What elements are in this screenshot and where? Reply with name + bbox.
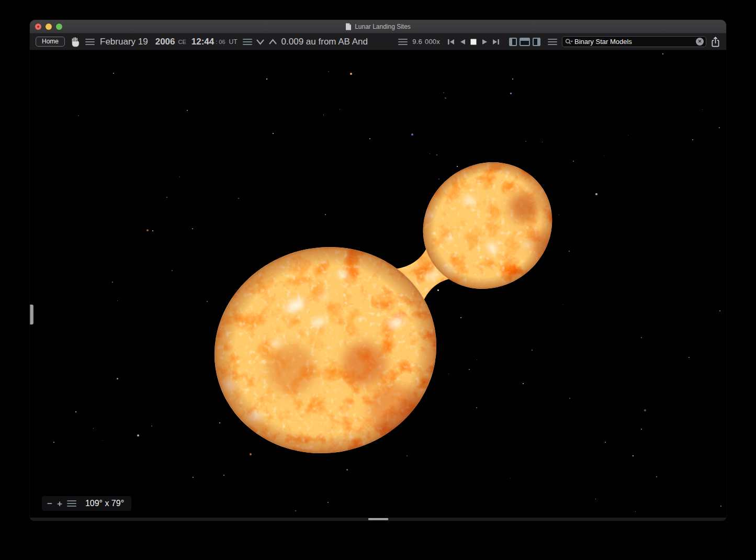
stop-button[interactable] — [470, 38, 477, 46]
skip-start-icon — [447, 38, 455, 46]
options-menu-icon[interactable] — [548, 39, 557, 45]
zoom-button[interactable] — [56, 24, 62, 30]
chevron-up-icon — [268, 38, 277, 46]
rate-menu-icon[interactable] — [398, 39, 408, 45]
play-icon — [481, 38, 488, 46]
time-flow-rate[interactable]: 9.6000x — [412, 38, 440, 46]
share-button[interactable] — [710, 36, 720, 48]
window-title: Lunar Landing Sites — [355, 23, 411, 30]
skip-to-start-button[interactable] — [447, 38, 455, 46]
step-backward-button[interactable] — [459, 38, 466, 46]
app-window: Lunar Landing Sites Home February 19 200… — [30, 20, 726, 521]
increase-chevron-button[interactable] — [268, 38, 277, 46]
panel-toggles — [509, 38, 540, 46]
seconds-display[interactable]: 06 — [219, 39, 225, 45]
time-display[interactable]: 12:44 — [191, 37, 214, 47]
decrease-chevron-button[interactable] — [256, 38, 265, 46]
left-drawer-handle[interactable] — [30, 305, 33, 324]
fov-menu-icon[interactable] — [67, 500, 76, 507]
traffic-lights — [35, 20, 62, 33]
skip-end-icon — [492, 38, 500, 46]
fov-display[interactable]: 109° x 79° — [85, 499, 124, 508]
date-display[interactable]: February 19 — [100, 37, 148, 47]
skip-to-end-button[interactable] — [492, 38, 500, 46]
playback-controls — [447, 38, 500, 46]
step-back-icon — [459, 38, 466, 46]
binary-star-model[interactable] — [30, 50, 726, 518]
play-button[interactable] — [481, 38, 488, 46]
era-label: CE — [178, 39, 186, 45]
search-input[interactable] — [574, 38, 696, 46]
date-menu-icon[interactable] — [85, 39, 95, 45]
search-field[interactable]: ✕ — [562, 36, 706, 47]
title-bar[interactable]: Lunar Landing Sites — [30, 20, 726, 33]
zoom-out-button[interactable]: − — [47, 499, 52, 508]
stop-icon — [470, 38, 477, 46]
document-proxy-icon — [345, 23, 352, 30]
minimize-button[interactable] — [46, 24, 52, 30]
close-button[interactable] — [35, 24, 41, 30]
hand-icon — [70, 37, 80, 47]
year-display[interactable]: 2006 — [155, 37, 175, 47]
rate-value: 9.6 — [412, 38, 422, 46]
search-icon — [565, 38, 573, 46]
clear-search-icon[interactable]: ✕ — [696, 38, 704, 46]
main-view[interactable]: − + 109° x 79° — [30, 50, 726, 518]
left-panel-toggle[interactable] — [509, 38, 517, 46]
pan-tool-button[interactable] — [70, 37, 80, 47]
bottom-drawer-handle[interactable] — [368, 518, 388, 520]
zoom-in-button[interactable]: + — [57, 499, 62, 508]
rate-suffix: 000x — [425, 38, 440, 46]
fov-control: − + 109° x 79° — [42, 496, 131, 511]
right-panel-toggle[interactable] — [533, 38, 540, 46]
seconds-separator: : — [216, 39, 217, 45]
bottom-strip — [30, 518, 726, 521]
chevron-down-icon — [256, 38, 265, 46]
timezone-label: UT — [229, 38, 238, 46]
home-button[interactable]: Home — [36, 37, 65, 47]
toolbar: Home February 19 2006 CE 12:44 : 06 UT — [30, 33, 726, 50]
time-menu-icon[interactable] — [243, 39, 252, 45]
viewer-location-display[interactable]: 0.009 au from AB And — [281, 37, 368, 47]
top-panel-toggle[interactable] — [520, 38, 530, 46]
contact-binary-star[interactable] — [30, 50, 726, 518]
share-icon — [710, 36, 720, 48]
